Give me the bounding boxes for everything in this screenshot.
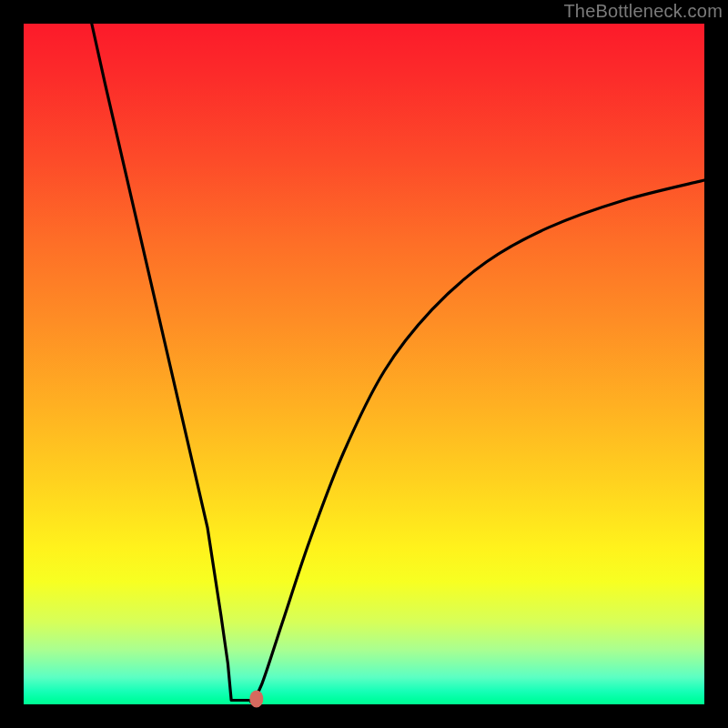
- bottleneck-curve: [92, 24, 704, 702]
- watermark-text: TheBottleneck.com: [563, 1, 723, 22]
- chart-stage: TheBottleneck.com: [0, 0, 728, 728]
- curve-layer: [24, 24, 704, 704]
- minimum-marker: [249, 691, 263, 708]
- plot-frame: [24, 24, 704, 704]
